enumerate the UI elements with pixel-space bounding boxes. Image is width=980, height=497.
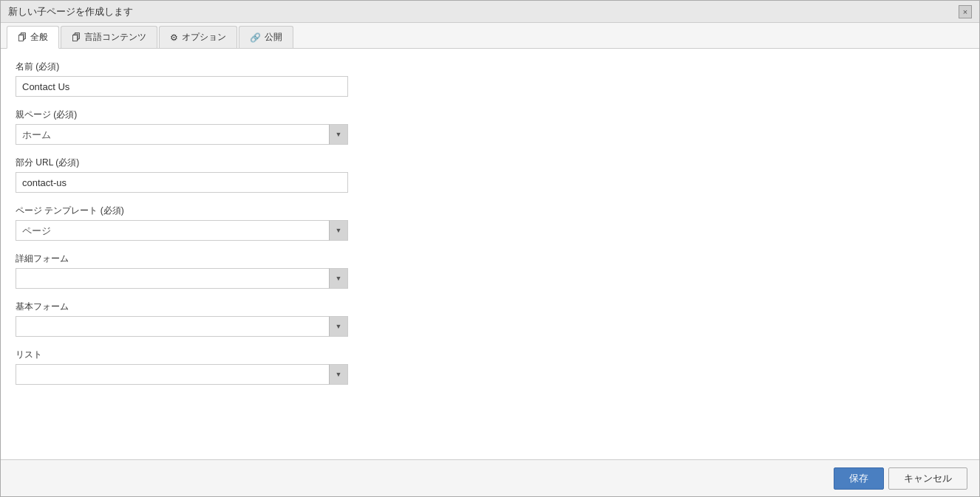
detail-form-label: 詳細フォーム	[16, 253, 964, 265]
list-group: リスト	[16, 349, 964, 385]
url-input[interactable]	[16, 172, 348, 193]
template-label: ページ テンプレート (必須)	[16, 205, 964, 217]
tab-all-label: 全般	[30, 31, 48, 44]
template-group: ページ テンプレート (必須) ページ	[16, 205, 964, 241]
parent-page-select-wrapper: ホーム	[16, 124, 348, 145]
dialog-titlebar: 新しい子ページを作成します ×	[1, 1, 979, 23]
name-group: 名前 (必須)	[16, 61, 964, 97]
base-form-select-wrapper	[16, 316, 348, 337]
url-label: 部分 URL (必須)	[16, 157, 964, 169]
list-select[interactable]	[16, 364, 348, 385]
tab-language-icon: 🗍	[72, 32, 81, 43]
tab-publish-label: 公開	[265, 31, 282, 44]
base-form-group: 基本フォーム	[16, 301, 964, 337]
base-form-select[interactable]	[16, 316, 348, 337]
tab-options-icon: ⚙	[170, 32, 178, 43]
base-form-label: 基本フォーム	[16, 301, 964, 313]
template-select[interactable]: ページ	[16, 220, 348, 241]
create-child-page-dialog: 新しい子ページを作成します × 🗍 全般 🗍 言語コンテンツ ⚙ オプション 🔗…	[0, 0, 980, 497]
parent-page-select[interactable]: ホーム	[16, 124, 348, 145]
tab-language[interactable]: 🗍 言語コンテンツ	[61, 26, 157, 48]
template-select-wrapper: ページ	[16, 220, 348, 241]
list-label: リスト	[16, 349, 964, 361]
detail-form-group: 詳細フォーム	[16, 253, 964, 289]
dialog-title: 新しい子ページを作成します	[8, 5, 133, 18]
detail-form-select[interactable]	[16, 268, 348, 289]
tabs-bar: 🗍 全般 🗍 言語コンテンツ ⚙ オプション 🔗 公開	[1, 23, 979, 49]
tab-all[interactable]: 🗍 全般	[7, 26, 59, 49]
tab-publish-icon: 🔗	[250, 32, 261, 43]
tab-options[interactable]: ⚙ オプション	[159, 26, 237, 48]
cancel-button[interactable]: キャンセル	[888, 467, 967, 490]
list-select-wrapper	[16, 364, 348, 385]
dialog-close-button[interactable]: ×	[959, 5, 972, 18]
dialog-footer: 保存 キャンセル	[1, 459, 979, 496]
name-label: 名前 (必須)	[16, 61, 964, 73]
save-button[interactable]: 保存	[834, 467, 884, 490]
detail-form-select-wrapper	[16, 268, 348, 289]
parent-page-label: 親ページ (必須)	[16, 109, 964, 121]
dialog-body: 名前 (必須) 親ページ (必須) ホーム 部分 URL (必須) ページ テン…	[1, 49, 979, 459]
tab-options-label: オプション	[182, 31, 226, 44]
tab-all-icon: 🗍	[18, 32, 27, 43]
name-input[interactable]	[16, 76, 348, 97]
url-group: 部分 URL (必須)	[16, 157, 964, 193]
tab-language-label: 言語コンテンツ	[84, 31, 146, 44]
tab-publish[interactable]: 🔗 公開	[239, 26, 293, 48]
parent-page-group: 親ページ (必須) ホーム	[16, 109, 964, 145]
